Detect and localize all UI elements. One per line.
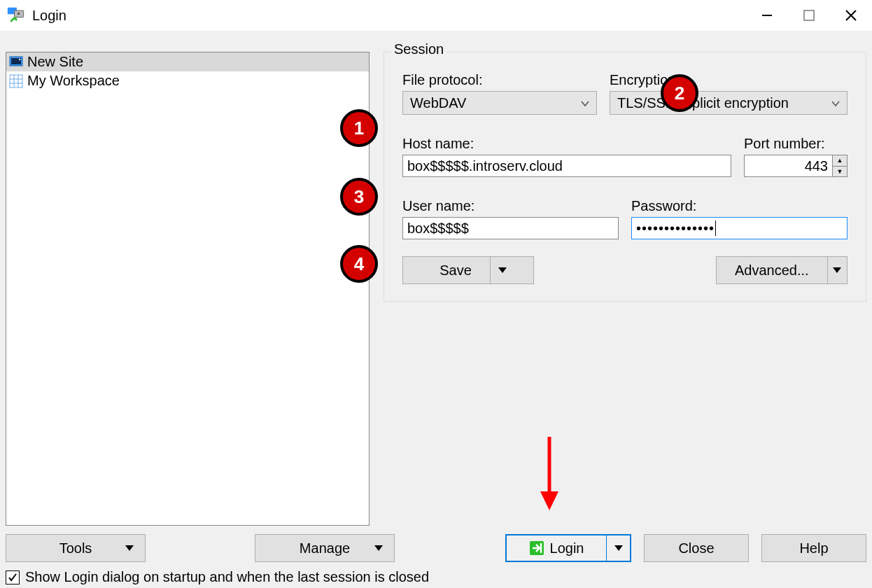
maximize-button (788, 0, 830, 31)
advanced-button[interactable]: Advanced... (716, 256, 848, 284)
file-protocol-value: WebDAV (410, 95, 466, 111)
help-button[interactable]: Help (761, 534, 866, 562)
host-input[interactable]: box$$$$$.introserv.cloud (402, 155, 731, 177)
startup-checkbox-label: Show Login dialog on startup and when th… (25, 569, 429, 585)
manage-button[interactable]: Manage (255, 534, 395, 562)
username-input[interactable]: box$$$$$ (402, 217, 619, 239)
manage-label: Manage (300, 540, 350, 556)
encryption-label: Encryption: (610, 72, 848, 88)
grid-icon (9, 74, 23, 88)
minimize-button[interactable] (746, 0, 788, 31)
password-mask: •••••••••••••• (636, 220, 715, 237)
close-button[interactable]: Close (644, 534, 749, 562)
client-area: New Site My Workspace Session File pr (0, 31, 872, 588)
startup-checkbox-row: Show Login dialog on startup and when th… (6, 569, 866, 585)
help-label: Help (799, 540, 828, 556)
dropdown-arrow-icon[interactable] (490, 257, 515, 284)
login-button[interactable]: Login (505, 534, 631, 562)
app-icon (7, 6, 27, 25)
session-panel: Session File protocol: WebDAV Encryption… (384, 52, 866, 302)
port-spinner[interactable]: 443 ▲ ▼ (744, 155, 848, 177)
site-item-label: My Workspace (27, 73, 120, 89)
username-value: box$$$$$ (407, 220, 469, 237)
dropdown-arrow-icon[interactable] (827, 257, 847, 284)
site-item-new-site[interactable]: New Site (6, 52, 369, 71)
site-item-label: New Site (27, 54, 83, 70)
chevron-down-icon (581, 95, 589, 111)
save-button[interactable]: Save (402, 256, 534, 284)
dropdown-arrow-icon (374, 545, 383, 551)
host-label: Host name: (402, 136, 731, 152)
callout-2: 2 (661, 74, 698, 112)
host-value: box$$$$$.introserv.cloud (407, 158, 563, 174)
login-dropdown-arrow[interactable] (606, 536, 630, 561)
title-text: Login (32, 8, 66, 24)
close-label: Close (678, 540, 714, 556)
callout-1: 1 (340, 109, 378, 147)
port-down-button[interactable]: ▼ (833, 167, 847, 177)
username-label: User name: (402, 198, 619, 214)
close-window-button[interactable] (830, 0, 872, 31)
port-value: 443 (744, 155, 832, 177)
callout-3: 3 (340, 178, 378, 216)
chevron-down-icon (831, 95, 840, 111)
port-up-button[interactable]: ▲ (833, 155, 847, 167)
window-controls (746, 0, 872, 31)
svg-rect-6 (10, 75, 22, 88)
tools-button[interactable]: Tools (6, 534, 146, 562)
password-label: Password: (631, 198, 848, 214)
port-label: Port number: (744, 136, 848, 152)
save-label: Save (421, 262, 490, 279)
callout-4: 4 (340, 245, 378, 283)
text-cursor (715, 220, 716, 236)
file-protocol-dropdown[interactable]: WebDAV (402, 91, 597, 115)
session-wrap: Session File protocol: WebDAV Encryption… (384, 31, 866, 526)
startup-checkbox[interactable] (6, 570, 20, 584)
tools-label: Tools (59, 540, 92, 556)
dropdown-arrow-icon (125, 545, 134, 551)
sites-list[interactable]: New Site My Workspace (6, 52, 370, 526)
login-label: Login (550, 540, 584, 556)
svg-point-2 (17, 13, 20, 15)
site-item-my-workspace[interactable]: My Workspace (6, 71, 369, 90)
login-icon (529, 540, 544, 556)
svg-marker-12 (540, 491, 558, 510)
password-input[interactable]: •••••••••••••• (631, 217, 848, 239)
encryption-dropdown[interactable]: TLS/SSL Implicit encryption (610, 91, 848, 115)
annotation-arrow-icon (539, 437, 560, 517)
monitor-icon (9, 55, 23, 69)
file-protocol-label: File protocol: (402, 72, 597, 88)
bottom-button-row: Tools Manage Login Close (6, 534, 866, 562)
login-window: Login New Site (0, 0, 872, 588)
titlebar: Login (0, 0, 872, 31)
advanced-label: Advanced... (717, 262, 827, 279)
session-legend: Session (391, 41, 446, 57)
encryption-value: TLS/SSL Implicit encryption (617, 95, 789, 111)
